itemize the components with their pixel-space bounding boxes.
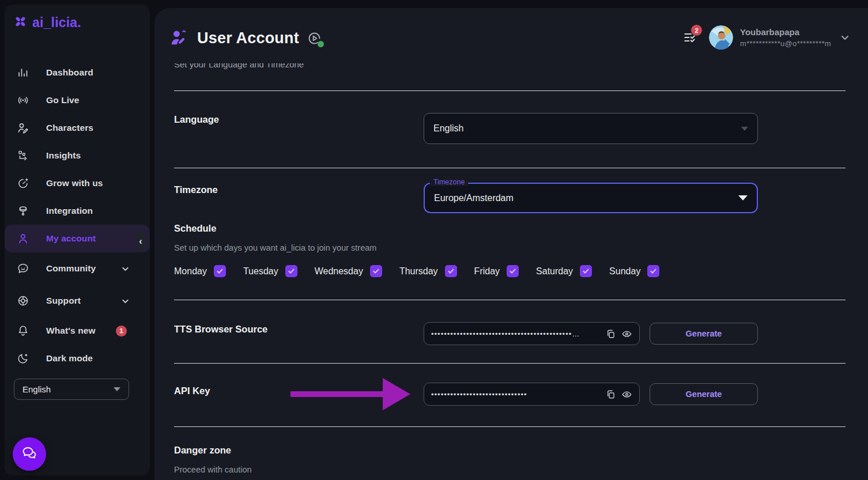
page-title: User Account bbox=[197, 29, 299, 47]
wednesday-checkbox[interactable] bbox=[370, 265, 382, 277]
sidebar-item-grow-with-us[interactable]: Grow with us bbox=[5, 169, 150, 197]
sidebar-item-characters[interactable]: Characters bbox=[5, 114, 150, 142]
user-menu[interactable]: 2 Youbarbapapa m***********u@o*********m bbox=[682, 25, 851, 50]
sidebar-item-label: Go Live bbox=[46, 95, 80, 105]
eye-icon[interactable] bbox=[621, 389, 632, 400]
generate-button-label: Generate bbox=[686, 329, 722, 338]
sidebar-item-whats-new[interactable]: What's new 1 bbox=[5, 317, 150, 345]
monday-checkbox[interactable] bbox=[214, 265, 226, 277]
moon-icon bbox=[16, 352, 30, 365]
section-intro-text: Set your Language and Timezone bbox=[174, 63, 304, 69]
danger-zone-description: Proceed with caution bbox=[174, 465, 252, 474]
sidebar-item-my-account[interactable]: My account bbox=[5, 225, 150, 252]
divider bbox=[174, 90, 846, 91]
sidebar-collapse-button[interactable]: ‹ bbox=[136, 230, 145, 252]
day-monday: Monday bbox=[174, 265, 226, 277]
danger-zone-label: Danger zone bbox=[174, 445, 231, 456]
timezone-field-label: Timezone bbox=[430, 178, 468, 186]
sidebar-item-integration[interactable]: Integration bbox=[5, 197, 150, 225]
tts-generate-button[interactable]: Generate bbox=[650, 323, 758, 345]
day-label: Friday bbox=[474, 266, 500, 277]
sidebar-language-select[interactable]: English bbox=[14, 379, 129, 400]
sidebar-item-label: Community bbox=[46, 263, 96, 274]
divider bbox=[174, 426, 846, 427]
day-wednesday: Wednesday bbox=[315, 265, 382, 277]
language-select-value: English bbox=[433, 123, 463, 134]
avatar[interactable] bbox=[709, 25, 733, 50]
bell-icon bbox=[16, 324, 30, 338]
day-saturday: Saturday bbox=[536, 265, 592, 277]
sidebar-item-insights[interactable]: Insights bbox=[5, 142, 150, 169]
day-thursday: Thursday bbox=[399, 265, 457, 277]
copy-icon[interactable] bbox=[605, 389, 616, 400]
saturday-checkbox[interactable] bbox=[580, 265, 592, 277]
sidebar-item-label: Grow with us bbox=[46, 178, 103, 188]
sidebar-language-value: English bbox=[22, 384, 51, 394]
api-key-label: API Key bbox=[174, 385, 210, 396]
sidebar-item-label: Integration bbox=[46, 206, 93, 216]
sunday-checkbox[interactable] bbox=[647, 265, 659, 277]
day-label: Saturday bbox=[536, 266, 573, 277]
timezone-select-value: Europe/Amsterdam bbox=[434, 193, 514, 203]
sidebar-item-go-live[interactable]: Go Live bbox=[5, 86, 150, 114]
sidebar-item-community[interactable]: Community bbox=[5, 255, 150, 282]
notifications-badge: 2 bbox=[691, 25, 702, 36]
sidebar-item-dashboard[interactable]: Dashboard bbox=[5, 59, 150, 86]
sidebar-item-support[interactable]: Support bbox=[5, 287, 150, 315]
divider bbox=[174, 363, 846, 364]
api-key-input[interactable]: •••••••••••••••••••••••••••••• bbox=[424, 383, 640, 406]
tts-browser-source-input[interactable]: ••••••••••••••••••••••••••••••••••••••••… bbox=[424, 322, 640, 345]
tts-browser-source-label: TTS Browser Source bbox=[174, 324, 267, 335]
tts-masked-value: ••••••••••••••••••••••••••••••••••••••••… bbox=[431, 330, 600, 338]
chevron-down-icon bbox=[120, 264, 130, 274]
annotation-arrow bbox=[290, 376, 412, 413]
sidebar-item-label: Insights bbox=[46, 150, 81, 161]
api-key-generate-button[interactable]: Generate bbox=[650, 383, 758, 405]
api-key-masked-value: •••••••••••••••••••••••••••••• bbox=[431, 390, 600, 399]
day-label: Sunday bbox=[609, 266, 640, 277]
chevron-down-icon[interactable] bbox=[839, 32, 851, 43]
copy-icon[interactable] bbox=[605, 328, 616, 339]
person-icon bbox=[16, 232, 30, 245]
language-select[interactable]: English bbox=[424, 113, 758, 144]
settings-content: Set your Language and Timezone Language … bbox=[154, 63, 868, 480]
timezone-select[interactable]: Europe/Amsterdam bbox=[424, 183, 758, 213]
whats-new-badge: 1 bbox=[116, 326, 127, 337]
day-tuesday: Tuesday bbox=[243, 265, 297, 277]
brand-logo-text: ai_licia. bbox=[32, 15, 81, 31]
divider bbox=[174, 300, 846, 300]
gauge-icon bbox=[16, 176, 30, 190]
tuesday-checkbox[interactable] bbox=[285, 265, 297, 277]
task-list-icon[interactable]: 2 bbox=[682, 30, 697, 45]
day-label: Wednesday bbox=[315, 266, 363, 277]
day-sunday: Sunday bbox=[609, 265, 659, 277]
chat-bubbles-icon bbox=[21, 444, 38, 464]
day-friday: Friday bbox=[474, 265, 519, 277]
online-status-dot bbox=[318, 41, 324, 47]
sidebar-item-label: Dashboard bbox=[46, 67, 93, 78]
flower-logo-icon bbox=[13, 14, 28, 32]
chat-smile-icon bbox=[16, 262, 30, 275]
brand-logo[interactable]: ai_licia. bbox=[13, 14, 81, 32]
user-info: Youbarbapapa m***********u@o*********m bbox=[740, 27, 831, 48]
sidebar-item-dark-mode[interactable]: Dark mode bbox=[5, 345, 150, 372]
restart-tour-icon[interactable] bbox=[307, 31, 322, 46]
user-email-masked: m***********u@o*********m bbox=[740, 39, 831, 48]
page-header: User Account bbox=[168, 28, 322, 48]
chat-fab-button[interactable] bbox=[13, 437, 46, 471]
day-label: Tuesday bbox=[243, 266, 278, 277]
schedule-description: Set up which days you want ai_licia to j… bbox=[174, 243, 376, 252]
generate-button-label: Generate bbox=[686, 390, 722, 399]
user-name: Youbarbapapa bbox=[740, 27, 831, 37]
chevron-left-icon: ‹ bbox=[139, 236, 142, 247]
caret-down-icon bbox=[738, 195, 748, 201]
thursday-checkbox[interactable] bbox=[445, 265, 457, 277]
eye-icon[interactable] bbox=[621, 328, 632, 339]
broadcast-icon bbox=[16, 93, 30, 107]
timezone-label: Timezone bbox=[174, 184, 218, 195]
friday-checkbox[interactable] bbox=[507, 265, 519, 277]
sidebar-item-label: My account bbox=[46, 233, 96, 244]
sidebar-item-label: Dark mode bbox=[46, 353, 93, 364]
language-label: Language bbox=[174, 114, 219, 125]
caret-down-icon bbox=[114, 387, 120, 391]
